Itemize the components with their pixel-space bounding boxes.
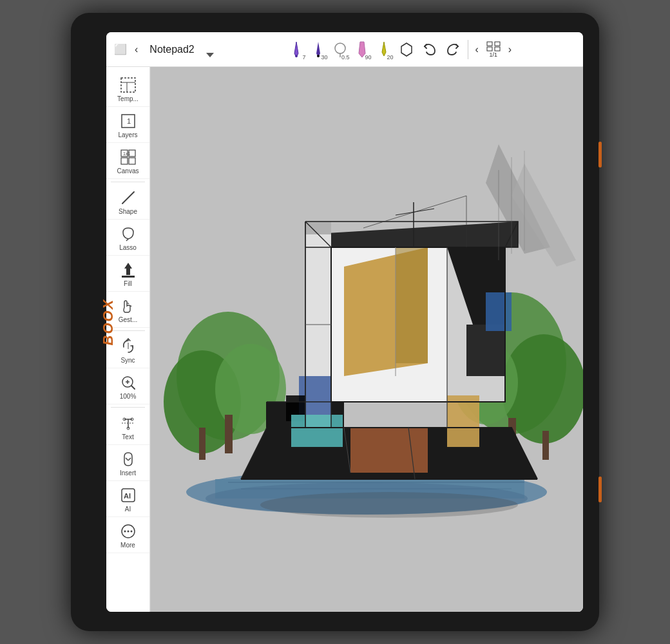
sidebar-item-lasso[interactable]: Lasso (106, 221, 149, 256)
sync-icon (119, 337, 137, 355)
svg-text:1: 1 (127, 117, 131, 125)
svg-point-62 (260, 492, 518, 518)
svg-marker-20 (124, 263, 132, 275)
svg-rect-21 (122, 276, 135, 278)
side-button-bottom[interactable] (598, 477, 602, 502)
svg-rect-78 (466, 325, 505, 376)
svg-point-1 (317, 55, 320, 57)
svg-marker-72 (305, 222, 331, 234)
canvas-label: Canvas (117, 167, 139, 175)
svg-rect-17 (129, 158, 135, 164)
pen-tool-3[interactable]: 0.5 (330, 39, 350, 61)
svg-rect-75 (291, 415, 343, 447)
sidebar-item-template[interactable]: Temp... (106, 72, 149, 107)
canvas-icon: 1x1 (119, 148, 137, 166)
sidebar-item-ai[interactable]: AI AI (106, 482, 149, 517)
fill-icon (119, 261, 137, 279)
svg-rect-50 (225, 415, 233, 453)
svg-rect-6 (495, 42, 500, 46)
page-next-button[interactable]: › (505, 42, 515, 57)
pen-tool-4[interactable]: 90 (352, 39, 372, 61)
toolbar: ⬜ ‹ Notepad2 7 (106, 32, 583, 67)
svg-rect-9 (121, 78, 135, 92)
select-tool[interactable] (396, 40, 417, 59)
svg-rect-76 (350, 428, 428, 473)
svg-text:AI: AI (124, 492, 131, 500)
svg-line-37 (126, 458, 128, 460)
home-button[interactable]: ⬜ (111, 42, 129, 57)
sidebar-item-text[interactable]: Text (106, 410, 149, 445)
gesture-icon (119, 297, 137, 315)
svg-rect-51 (199, 428, 206, 460)
divider-1 (111, 182, 146, 182)
svg-line-38 (128, 458, 131, 460)
pen-tool-1[interactable]: 7 (286, 39, 307, 61)
template-label: Temp... (117, 95, 139, 102)
layers-icon: 1 (119, 112, 137, 130)
sidebar-item-layers[interactable]: 1 Layers (106, 108, 149, 143)
svg-rect-56 (542, 431, 549, 460)
ai-label: AI (125, 506, 131, 513)
sidebar-item-insert[interactable]: Insert (106, 446, 149, 481)
svg-rect-8 (495, 47, 500, 51)
svg-marker-69 (396, 247, 428, 363)
svg-point-0 (295, 55, 298, 57)
lasso-label: Lasso (119, 244, 137, 251)
screen: ⬜ ‹ Notepad2 7 (106, 32, 583, 612)
zoom-label: 100% (120, 393, 137, 400)
sync-label: Sync (120, 357, 135, 364)
main-area: Temp... 1 Layers 1x1 (106, 67, 583, 612)
svg-rect-79 (486, 292, 512, 331)
drawing-tools: 7 30 0.5 (223, 39, 578, 61)
toolbar-nav: ⬜ ‹ (111, 42, 140, 57)
svg-line-30 (131, 386, 135, 389)
svg-marker-4 (401, 43, 412, 56)
canvas-area[interactable] (150, 67, 583, 612)
text-icon (119, 414, 137, 432)
svg-line-19 (122, 192, 134, 204)
ai-icon: AI (119, 486, 137, 504)
page-number: 1/1 (490, 52, 498, 58)
pen-tool-2[interactable]: 30 (308, 39, 329, 61)
sidebar-item-zoom[interactable]: 100% (106, 370, 149, 404)
brand-label: BOOX (100, 299, 117, 346)
document-title: Notepad2 (149, 44, 194, 55)
sidebar-item-more[interactable]: More (106, 518, 149, 553)
svg-point-2 (335, 43, 345, 53)
sidebar-item-canvas[interactable]: 1x1 Canvas (106, 144, 149, 179)
zoom-icon (119, 374, 137, 392)
back-button[interactable]: ‹ (132, 43, 140, 57)
text-label: Text (122, 433, 133, 440)
shape-icon (119, 189, 137, 207)
more-label: More (120, 542, 135, 549)
svg-rect-77 (447, 395, 479, 447)
svg-point-42 (124, 531, 126, 533)
pages-overview-button[interactable]: 1/1 (483, 39, 504, 60)
side-button-top[interactable] (598, 142, 602, 167)
svg-point-44 (130, 531, 132, 533)
device: BOOX ⬜ ‹ Notepad2 7 (71, 13, 599, 631)
fill-label: Fill (124, 280, 132, 287)
svg-text:1x1: 1x1 (123, 151, 130, 156)
lasso-icon (119, 225, 137, 243)
pen-tool-5[interactable]: 20 (374, 39, 394, 61)
page-prev-button[interactable]: ‹ (472, 42, 482, 57)
insert-icon (119, 450, 137, 468)
sidebar-item-shape[interactable]: Shape (106, 185, 149, 220)
sidebar-item-fill[interactable]: Fill (106, 257, 149, 292)
svg-point-43 (127, 531, 129, 533)
svg-rect-16 (121, 158, 128, 164)
divider-3 (111, 407, 146, 408)
layers-label: Layers (118, 131, 137, 138)
template-icon (119, 76, 137, 94)
svg-rect-7 (487, 47, 492, 51)
redo-button[interactable] (442, 40, 464, 59)
shape-label: Shape (119, 208, 137, 215)
svg-rect-5 (487, 42, 492, 46)
insert-label: Insert (120, 469, 136, 477)
gesture-label: Gest... (119, 316, 137, 323)
undo-button[interactable] (419, 40, 441, 59)
more-icon (119, 522, 137, 540)
